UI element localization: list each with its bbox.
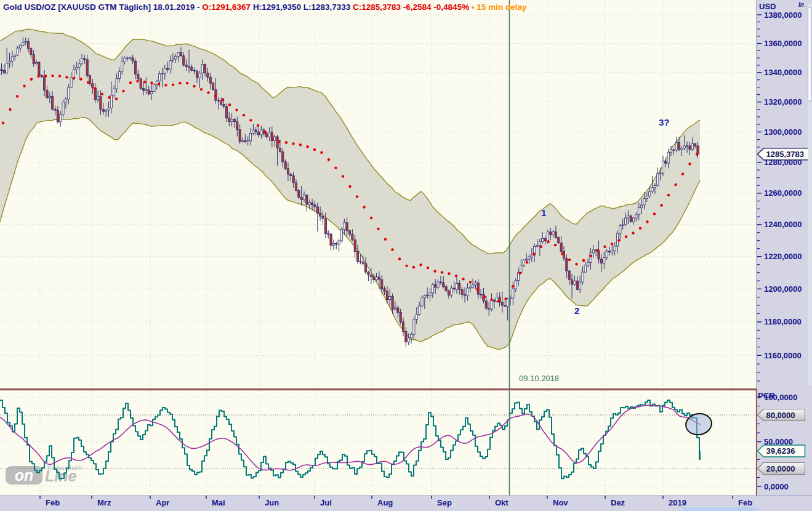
candle-body — [118, 71, 120, 78]
candle-body — [188, 66, 190, 67]
price-tick-label: 1240,0000 — [764, 220, 802, 229]
ma-dot — [101, 92, 103, 95]
ma-dot — [158, 82, 160, 85]
ma-dot — [681, 172, 684, 175]
ma-dot — [348, 185, 351, 188]
candle-body — [92, 84, 94, 88]
candle-body — [44, 77, 46, 91]
candle-body — [552, 231, 554, 235]
candle-body — [352, 235, 353, 240]
candle-body — [558, 238, 560, 243]
ma-dot — [51, 74, 54, 77]
candle-body — [555, 231, 557, 237]
current-price-badge-label: 1285,3783 — [766, 150, 804, 159]
ma-dot — [79, 78, 82, 80]
candle-body — [405, 332, 407, 342]
candle-body — [678, 142, 680, 149]
ma-dot — [30, 78, 33, 81]
ma-dot — [235, 108, 238, 111]
price-tick-label: 1320,0000 — [764, 97, 802, 107]
ma-dot — [122, 90, 124, 92]
ma-dot — [313, 148, 316, 151]
price-tick-label: 1300,0000 — [764, 127, 802, 137]
ma-dot — [568, 259, 571, 261]
ma-dot — [448, 272, 450, 275]
ma-dot — [646, 220, 648, 223]
event-date-label: 09.10.2018 — [519, 374, 559, 383]
ma-dot — [398, 257, 401, 260]
wave-2-label: 2 — [574, 305, 579, 316]
candle-body — [225, 107, 227, 118]
candle-body — [105, 110, 107, 111]
ma-dot — [16, 95, 18, 97]
ma-dot — [660, 204, 662, 206]
candle-body — [691, 144, 693, 150]
candle-body — [389, 297, 391, 300]
ma-dot — [370, 217, 372, 219]
candle-body — [279, 148, 281, 152]
candle-body — [320, 213, 321, 216]
ma-dot — [328, 158, 330, 161]
candle-body — [233, 119, 235, 122]
candle-body — [689, 146, 691, 150]
ma-dot — [377, 228, 379, 230]
panel-divider[interactable] — [0, 388, 757, 390]
ma-dot — [356, 195, 358, 198]
candle-body — [598, 251, 600, 259]
candle-body — [501, 302, 503, 305]
candle-body — [201, 65, 203, 73]
ma-dot — [342, 175, 344, 177]
ma-dot — [271, 138, 273, 140]
watermark-line-text: Line — [45, 467, 76, 485]
candle-body — [41, 75, 42, 76]
ma-dot — [221, 99, 223, 101]
title-segment-1: O:1291,6367 — [202, 2, 253, 12]
candle-body — [338, 241, 340, 244]
candle-body — [370, 275, 372, 277]
candle-body — [665, 161, 667, 163]
price-tick-label: 1260,0000 — [764, 188, 802, 198]
price-tick-label: 1200,0000 — [764, 284, 802, 294]
candle-body — [129, 58, 131, 58]
ma-dot — [73, 77, 75, 79]
candle-body — [38, 62, 40, 75]
ma-dot — [575, 263, 577, 265]
candle-body — [657, 174, 659, 186]
candle-body — [432, 284, 433, 293]
candle-body — [440, 282, 441, 283]
candle-body — [27, 41, 29, 48]
candle-body — [110, 95, 112, 108]
candle-body — [563, 251, 565, 258]
candle-body — [268, 132, 270, 137]
candle-body — [14, 55, 16, 56]
candle-body — [590, 253, 592, 263]
ma-dot — [625, 235, 627, 238]
candle-body — [164, 68, 166, 73]
price-tick-label: 1380,0000 — [764, 10, 802, 20]
candle-body — [531, 255, 533, 257]
in-icon[interactable]: In — [798, 1, 804, 8]
ma-dot — [164, 84, 167, 86]
candle-body — [384, 289, 385, 291]
candle-body — [308, 203, 310, 204]
ma-dot — [512, 285, 514, 288]
candle-body — [550, 232, 552, 235]
candle-body — [547, 232, 549, 241]
candle-body — [683, 146, 685, 148]
right-scrollbar-thumb[interactable] — [808, 7, 812, 101]
candle-body — [542, 238, 544, 241]
candle-body — [290, 174, 292, 175]
candle-body — [60, 115, 62, 122]
candle-body — [292, 175, 294, 182]
candle-body — [97, 97, 99, 100]
candle-body — [576, 281, 578, 289]
candle-body — [244, 140, 246, 142]
candle-body — [159, 74, 161, 81]
candle-body — [19, 45, 21, 48]
bottom-scrollbar-thumb[interactable] — [681, 507, 759, 511]
ma-dot — [306, 145, 308, 148]
ma-dot — [200, 88, 203, 91]
candle-body — [649, 192, 651, 196]
wave-1-label: 1 — [541, 207, 546, 218]
candle-body — [108, 108, 110, 110]
